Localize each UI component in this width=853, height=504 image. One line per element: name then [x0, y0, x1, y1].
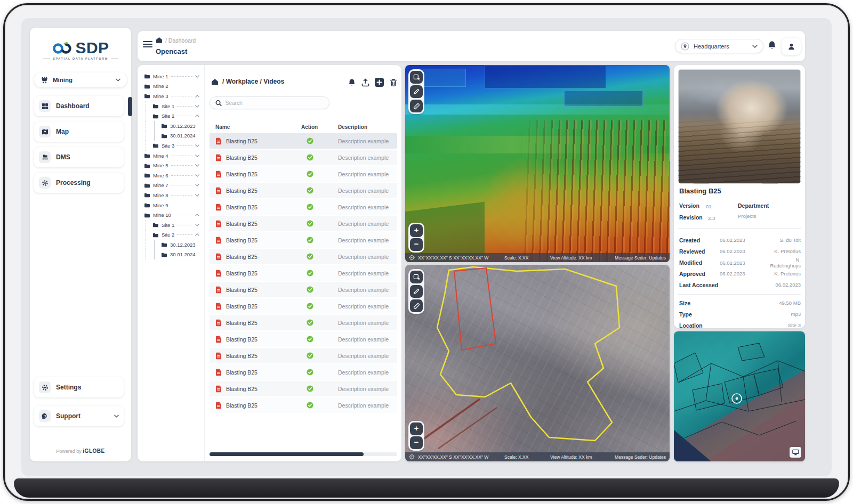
tree-item[interactable]: Site 3	[138, 141, 204, 151]
chevron-down-icon[interactable]	[195, 233, 199, 236]
hamburger-menu-icon[interactable]	[143, 40, 152, 48]
chevron-down-icon[interactable]	[195, 174, 199, 177]
chevron-down-icon[interactable]	[195, 164, 199, 167]
tree-item[interactable]: Mine 3	[138, 91, 204, 101]
measure-ruler-button[interactable]	[410, 100, 423, 112]
chevron-down-icon[interactable]	[195, 95, 199, 97]
tree-item[interactable]: Site 1	[138, 101, 204, 111]
file-row[interactable]: Blasting B25 Description example	[210, 331, 397, 347]
tree-item[interactable]: Site 1	[138, 220, 204, 230]
tree-item-label: Mine 3	[153, 93, 168, 99]
files-table: Name Action Description Blasting B25 Des…	[210, 120, 397, 414]
satellite-map-view[interactable]: + − XX°XX'XX.XX" S XX°XX'XX.XX" W Scale:…	[405, 265, 670, 461]
zoom-out-button[interactable]: −	[410, 436, 423, 449]
tree-item[interactable]: Mine 7	[138, 181, 204, 191]
chevron-down-icon[interactable]	[195, 214, 199, 216]
property-label: Size	[679, 300, 690, 306]
tree-item[interactable]: 30.12.2023	[138, 121, 204, 131]
file-row[interactable]: Blasting B25 Description example	[210, 397, 397, 413]
tree-item[interactable]: Mine 4	[138, 151, 204, 161]
map-scale: Scale: X.XX	[504, 454, 528, 460]
file-row[interactable]: Blasting B25 Description example	[210, 298, 397, 314]
tree-item[interactable]: Mine 1	[138, 71, 204, 82]
fullscreen-monitor-button[interactable]	[790, 447, 801, 458]
notifications-bell-icon[interactable]	[348, 78, 356, 87]
file-row[interactable]: Blasting B25 Description example	[210, 232, 397, 248]
sidebar-item-dms[interactable]: DMS	[34, 147, 124, 167]
file-row[interactable]: Blasting B25 Description example	[210, 183, 397, 198]
chevron-down-icon[interactable]	[195, 184, 199, 186]
file-row[interactable]: Blasting B25 Description example	[210, 133, 397, 149]
check-circle-icon	[307, 336, 338, 343]
notifications-bell-icon[interactable]	[768, 40, 776, 50]
file-row[interactable]: Blasting B25 Description example	[210, 150, 397, 165]
chevron-down-icon[interactable]	[195, 75, 199, 78]
tree-item[interactable]: Mine 5	[138, 160, 204, 170]
sidebar-item-settings[interactable]: Settings	[34, 377, 124, 397]
chevron-down-icon[interactable]	[195, 105, 199, 108]
tree-item[interactable]: Site 2	[138, 111, 204, 121]
draw-pencil-button[interactable]	[410, 85, 423, 98]
select-tool-button[interactable]	[410, 71, 423, 84]
workspace-selector[interactable]: Mining	[34, 72, 127, 87]
select-tool-button[interactable]	[410, 271, 423, 283]
draw-pencil-button[interactable]	[410, 285, 423, 298]
property-value: mp3	[791, 311, 801, 317]
revision-value: 2.3	[708, 215, 715, 221]
metadata-date: 06.02.2023	[720, 237, 766, 243]
file-row[interactable]: Blasting B25 Description example	[210, 348, 397, 363]
file-row[interactable]: Blasting B25 Description example	[210, 282, 397, 297]
chevron-down-icon[interactable]	[195, 155, 199, 157]
tree-item[interactable]: Mine 8	[138, 190, 204, 200]
elevation-map-view[interactable]: + − XX°XX'XX.XX" S XX°XX'XX.XX" W Scale:…	[405, 65, 670, 262]
upload-icon[interactable]	[361, 78, 369, 87]
file-row[interactable]: Blasting B25 Description example	[210, 166, 397, 182]
tree-item[interactable]: Mine 9	[138, 200, 204, 210]
home-icon[interactable]	[156, 37, 163, 43]
sidebar-item-dashboard[interactable]: Dashboard	[34, 96, 124, 116]
delete-trash-icon[interactable]	[390, 78, 397, 87]
chevron-down-icon	[114, 414, 119, 418]
sidebar-item-label: Settings	[56, 384, 81, 391]
sidebar-item-processing[interactable]: Processing	[34, 173, 124, 193]
file-row[interactable]: Blasting B25 Description example	[210, 265, 397, 281]
tree-item[interactable]: 30.12.2023	[138, 240, 204, 250]
profile-button[interactable]	[782, 38, 801, 55]
location-selector[interactable]: Headquarters	[675, 39, 763, 53]
add-button[interactable]	[375, 78, 384, 87]
tree-item[interactable]: Mine 2	[138, 82, 204, 92]
file-row[interactable]: Blasting B25 Description example	[210, 199, 397, 215]
search-input[interactable]	[226, 100, 324, 106]
file-row[interactable]: Blasting B25 Description example	[210, 249, 397, 264]
measure-ruler-button[interactable]	[410, 299, 423, 312]
tree-item-label: 30.01.2024	[170, 133, 196, 139]
chevron-down-icon[interactable]	[195, 224, 199, 226]
chevron-down-icon[interactable]	[195, 144, 199, 147]
tree-item[interactable]: Site 2	[138, 230, 204, 240]
location-pin-icon	[681, 42, 689, 51]
file-row[interactable]: Blasting B25 Description example	[210, 216, 397, 231]
zoom-in-button[interactable]: +	[410, 422, 423, 435]
sidebar-item-map[interactable]: Map	[34, 121, 124, 142]
file-row[interactable]: Blasting B25 Description example	[210, 315, 397, 330]
file-name: Blasting B25	[226, 369, 257, 376]
overview-mini-map[interactable]	[674, 331, 805, 461]
file-name: Blasting B25	[226, 204, 257, 210]
tree-item[interactable]: 30.01.2024	[138, 250, 204, 260]
metadata-row: Approved 06.02.2023 K. Pretorius	[679, 268, 801, 279]
tree-item[interactable]: 30.01.2024	[138, 131, 204, 141]
sidebar-item-support[interactable]: ? Support	[34, 406, 124, 426]
home-icon[interactable]	[211, 78, 219, 85]
zoom-in-button[interactable]: +	[410, 224, 423, 237]
file-row[interactable]: Blasting B25 Description example	[210, 364, 397, 380]
zoom-out-button[interactable]: −	[410, 238, 423, 251]
document-icon	[215, 336, 222, 343]
sidebar: SDP SPATIAL DATA PLATFORM Mining Dashboa…	[30, 28, 131, 461]
tree-item[interactable]: Mine 10	[138, 210, 204, 220]
scrollbar-thumb[interactable]	[210, 452, 364, 456]
file-row[interactable]: Blasting B25 Description example	[210, 381, 397, 396]
chevron-down-icon[interactable]	[195, 115, 199, 117]
folder-icon	[144, 192, 150, 198]
chevron-down-icon[interactable]	[195, 194, 199, 197]
tree-item[interactable]: Mine 6	[138, 170, 204, 181]
